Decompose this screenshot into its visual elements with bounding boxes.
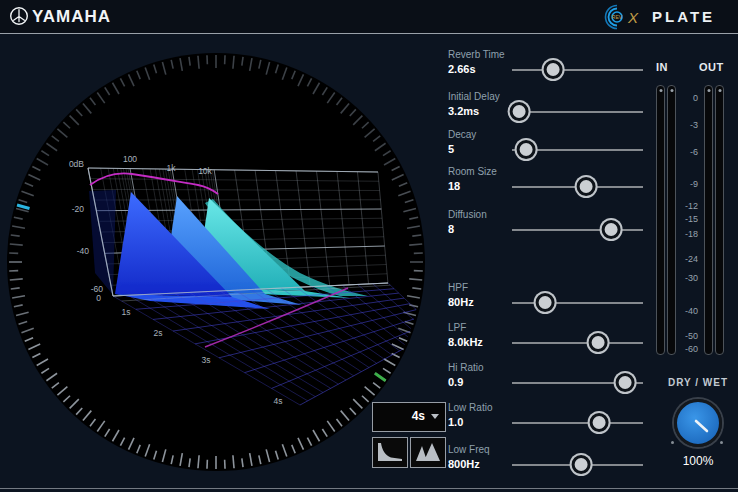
param-label-reverb-time: Reverb Time — [448, 49, 505, 60]
clip-led — [670, 89, 673, 92]
axis-label-freq: 10k — [198, 166, 212, 176]
slider-track[interactable] — [512, 422, 643, 424]
slider-knob[interactable] — [590, 413, 609, 432]
dry-wet-label: DRY / WET — [658, 377, 738, 388]
slider-track[interactable] — [512, 302, 643, 304]
meter-bar-in-left — [656, 85, 665, 355]
slider-knob[interactable] — [571, 455, 590, 474]
preset-type-title: PLATE — [652, 8, 715, 25]
meter-scale-label: 0 — [672, 93, 698, 103]
param-value-diffusion: 8 — [448, 223, 454, 235]
slider-knob[interactable] — [588, 333, 607, 352]
window-bottom-edge — [0, 488, 738, 489]
dry-wet-value: 100% — [658, 454, 738, 468]
param-row-room-size: Room Size18 — [448, 166, 650, 204]
param-slider-low-freq[interactable] — [512, 456, 643, 473]
param-slider-hi-ratio[interactable] — [512, 374, 643, 391]
brand-wordmark: YAMAHA — [32, 7, 111, 27]
param-label-low-ratio: Low Ratio — [448, 402, 492, 413]
meter-scale-label: -6 — [672, 147, 698, 157]
param-label-room-size: Room Size — [448, 166, 497, 177]
param-slider-decay[interactable] — [512, 141, 643, 158]
param-label-decay: Decay — [448, 129, 476, 140]
meter-scale-label: -12 — [672, 201, 698, 211]
param-row-hi-ratio: Hi Ratio0.9 — [448, 362, 650, 400]
param-label-lpf: LPF — [448, 322, 466, 333]
param-value-initial-delay: 3.2ms — [448, 105, 479, 117]
meter-bar-out-right — [715, 85, 724, 355]
param-row-low-ratio: Low Ratio1.0 — [448, 402, 650, 440]
axis-label-level: 0dB — [69, 159, 84, 169]
slider-knob[interactable] — [544, 60, 563, 79]
knob-min-dot — [671, 441, 674, 444]
param-row-decay: Decay5 — [448, 129, 650, 167]
dry-wet-knob[interactable] — [674, 399, 722, 447]
meter-scale-label: -3 — [672, 120, 698, 130]
meter-scale-label: -40 — [672, 306, 698, 316]
slider-track[interactable] — [512, 69, 643, 71]
param-slider-room-size[interactable] — [512, 178, 643, 195]
param-value-low-freq: 800Hz — [448, 458, 480, 470]
slider-knob[interactable] — [616, 373, 635, 392]
svg-text:REV: REV — [612, 14, 623, 20]
param-value-lpf: 8.0kHz — [448, 336, 483, 348]
slider-knob[interactable] — [601, 220, 620, 239]
axis-label-level: -20 — [72, 204, 85, 214]
param-label-diffusion: Diffusion — [448, 209, 487, 220]
param-slider-hpf[interactable] — [512, 294, 643, 311]
axis-label-origin: 0 — [96, 293, 101, 303]
clip-led — [718, 89, 721, 92]
param-label-low-freq: Low Freq — [448, 444, 490, 455]
param-slider-reverb-time[interactable] — [512, 61, 643, 78]
view-button-peaks[interactable] — [410, 437, 446, 468]
param-value-decay: 5 — [448, 143, 454, 155]
slider-track[interactable] — [512, 229, 643, 231]
param-value-room-size: 18 — [448, 180, 460, 192]
view-button-decay-envelope[interactable] — [372, 437, 408, 468]
meter-scale-label: -60 — [672, 344, 698, 354]
time-range-dropdown[interactable]: 4s — [372, 402, 446, 432]
axis-label-time: 2s — [154, 328, 163, 338]
param-row-low-freq: Low Freq800Hz — [448, 444, 650, 482]
slider-track[interactable] — [512, 111, 643, 113]
time-range-value: 4s — [412, 409, 425, 423]
meter-scale-label: -50 — [672, 331, 698, 341]
slider-knob[interactable] — [516, 140, 535, 159]
meter-scale-label: -30 — [672, 273, 698, 283]
decay-envelope-icon — [376, 441, 404, 463]
revx-plugin-window: { "header": { "brand": "YAMAHA", "produc… — [0, 0, 738, 492]
slider-knob[interactable] — [577, 177, 596, 196]
param-row-hpf: HPF80Hz — [448, 282, 650, 320]
clip-led — [707, 89, 710, 92]
param-slider-diffusion[interactable] — [512, 221, 643, 238]
chevron-down-icon — [431, 414, 439, 419]
axis-label-freq: 100 — [123, 154, 137, 164]
header-bar: YAMAHA REV X PLATE — [0, 0, 738, 34]
param-row-initial-delay: Initial Delay3.2ms — [448, 91, 650, 129]
param-value-low-ratio: 1.0 — [448, 416, 463, 428]
knob-pointer — [677, 402, 713, 438]
svg-text:X: X — [627, 9, 639, 26]
slider-knob[interactable] — [510, 102, 529, 121]
axis-label-time: 4s — [274, 396, 283, 406]
param-row-diffusion: Diffusion8 — [448, 209, 650, 247]
slider-track[interactable] — [512, 342, 643, 344]
axis-label-freq: 1k — [167, 163, 177, 173]
slider-knob[interactable] — [536, 293, 555, 312]
param-label-hpf: HPF — [448, 282, 468, 293]
axis-label-time: 3s — [202, 355, 211, 365]
meter-out-label: OUT — [699, 61, 724, 73]
meter-scale-label: -15 — [672, 214, 698, 224]
meter-bar-out-left — [704, 85, 713, 355]
clip-led — [659, 89, 662, 92]
param-value-hpf: 80Hz — [448, 296, 474, 308]
param-slider-lpf[interactable] — [512, 334, 643, 351]
param-label-hi-ratio: Hi Ratio — [448, 362, 484, 373]
param-row-lpf: LPF8.0kHz — [448, 322, 650, 360]
param-slider-initial-delay[interactable] — [512, 103, 643, 120]
meter-scale-label: -24 — [672, 254, 698, 264]
peaks-icon — [414, 441, 442, 463]
yamaha-tuning-fork-icon — [9, 6, 29, 26]
param-label-initial-delay: Initial Delay — [448, 91, 500, 102]
param-slider-low-ratio[interactable] — [512, 414, 643, 431]
